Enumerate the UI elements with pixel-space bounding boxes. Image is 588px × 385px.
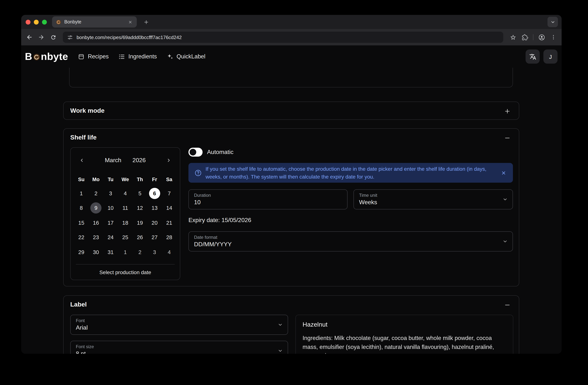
tab-close-icon[interactable] bbox=[127, 19, 133, 25]
next-month-button[interactable] bbox=[164, 155, 174, 165]
calendar-year[interactable]: 2026 bbox=[132, 157, 146, 164]
calendar-day-selected[interactable]: 6 bbox=[147, 186, 162, 201]
dismiss-banner-button[interactable] bbox=[500, 169, 507, 176]
tab-strip: Bonbyte bbox=[21, 15, 562, 29]
calendar-day-number: 21 bbox=[164, 217, 175, 228]
calendar-day[interactable]: 31 bbox=[103, 245, 118, 259]
font-size-select[interactable]: Font size 8 pt bbox=[70, 341, 288, 354]
help-circle-icon bbox=[194, 169, 202, 177]
font-value: Arial bbox=[76, 324, 282, 331]
calendar-day[interactable]: 1 bbox=[74, 186, 89, 201]
forward-button[interactable] bbox=[36, 32, 46, 42]
window-controls bbox=[26, 20, 47, 24]
calendar-day[interactable]: 17 bbox=[103, 215, 118, 230]
reload-button[interactable] bbox=[48, 32, 58, 42]
calendar-day[interactable]: 2 bbox=[89, 186, 103, 201]
close-icon bbox=[501, 170, 506, 175]
app-logo[interactable]: B nbyte bbox=[25, 51, 68, 62]
extensions-button[interactable] bbox=[520, 32, 530, 42]
calendar-day-today[interactable]: 9 bbox=[89, 201, 103, 215]
bookmark-button[interactable] bbox=[508, 32, 518, 42]
browser-menu-button[interactable] bbox=[548, 32, 559, 42]
calendar-day[interactable]: 8 bbox=[74, 201, 89, 215]
weekday-label: Mo bbox=[89, 175, 103, 184]
calendar-day[interactable]: 11 bbox=[118, 201, 133, 215]
calendar-month[interactable]: March bbox=[105, 157, 121, 164]
collapse-shelf-life-button[interactable] bbox=[503, 133, 512, 143]
calendar-day-number: 11 bbox=[120, 203, 131, 214]
weekday-label: We bbox=[118, 175, 133, 184]
calendar-day[interactable]: 5 bbox=[132, 186, 147, 201]
calendar-day[interactable]: 25 bbox=[118, 230, 133, 245]
calendar-day[interactable]: 24 bbox=[103, 230, 118, 245]
weekday-label: Th bbox=[132, 175, 147, 184]
duration-field[interactable]: Duration 10 bbox=[189, 189, 348, 209]
calendar-day[interactable]: 21 bbox=[162, 215, 177, 230]
calendar-day[interactable]: 14 bbox=[162, 201, 177, 215]
zoom-window-button[interactable] bbox=[42, 20, 47, 24]
calendar-day[interactable]: 27 bbox=[147, 230, 162, 245]
calendar-day-number: 20 bbox=[149, 217, 160, 228]
chevron-right-icon bbox=[166, 158, 171, 163]
calendar-day[interactable]: 4 bbox=[118, 186, 133, 201]
calendar-day[interactable]: 28 bbox=[162, 230, 177, 245]
calendar-day[interactable]: 3 bbox=[103, 186, 118, 201]
chevron-down-icon bbox=[278, 348, 283, 353]
browser-tab[interactable]: Bonbyte bbox=[52, 16, 137, 27]
calendar-day[interactable]: 4 bbox=[162, 245, 177, 259]
close-window-button[interactable] bbox=[26, 20, 30, 24]
calendar-day[interactable]: 13 bbox=[147, 201, 162, 215]
back-button[interactable] bbox=[24, 32, 35, 42]
previous-month-button[interactable] bbox=[77, 155, 87, 165]
toggle-knob bbox=[189, 149, 196, 156]
automatic-toggle[interactable] bbox=[189, 148, 203, 157]
calendar-day[interactable]: 12 bbox=[132, 201, 147, 215]
screen: Bonbyte bbox=[0, 0, 588, 385]
nav-item-quicklabel[interactable]: QuickLabel bbox=[167, 53, 205, 60]
expiry-date-text: Expiry date: 15/05/2026 bbox=[189, 217, 251, 224]
calendar-day[interactable]: 22 bbox=[74, 230, 89, 245]
calendar-footer-label: Select production date bbox=[71, 268, 180, 276]
nav-item-recipes[interactable]: Recipes bbox=[78, 53, 109, 60]
section-title: Shelf life bbox=[70, 134, 97, 141]
font-select[interactable]: Font Arial bbox=[70, 315, 288, 335]
collapse-label-button[interactable] bbox=[503, 300, 512, 310]
translate-button[interactable] bbox=[525, 49, 540, 64]
profile-button[interactable] bbox=[536, 32, 547, 42]
calendar-day[interactable]: 23 bbox=[89, 230, 103, 245]
user-avatar[interactable]: J bbox=[543, 49, 558, 64]
tab-search-button[interactable] bbox=[547, 17, 558, 27]
calendar-day[interactable]: 29 bbox=[74, 245, 89, 259]
expand-work-mode-button[interactable] bbox=[503, 106, 512, 116]
date-format-select[interactable]: Date format DD/MM/YYYY bbox=[189, 231, 513, 251]
calendar-day[interactable]: 18 bbox=[118, 215, 133, 230]
section-title: Work mode bbox=[70, 107, 105, 114]
calendar-day-number: 18 bbox=[120, 217, 131, 228]
calendar-day[interactable]: 16 bbox=[89, 215, 103, 230]
time-unit-select[interactable]: Time unit Weeks bbox=[354, 189, 513, 209]
calendar-day-number: 1 bbox=[120, 247, 131, 258]
duration-value: 10 bbox=[194, 199, 342, 206]
minimize-window-button[interactable] bbox=[34, 20, 39, 24]
calendar-day[interactable]: 10 bbox=[103, 201, 118, 215]
plus-icon bbox=[143, 19, 149, 25]
url-bar[interactable]: bonbyte.com/recipes/69addd0bccfff7ac176c… bbox=[63, 32, 503, 43]
puzzle-icon bbox=[522, 34, 528, 40]
calendar-day[interactable]: 15 bbox=[74, 215, 89, 230]
browser-toolbar: bonbyte.com/recipes/69addd0bccfff7ac176c… bbox=[21, 29, 562, 45]
calendar-day[interactable]: 20 bbox=[147, 215, 162, 230]
calendar-day-number: 1 bbox=[76, 188, 87, 199]
calendar-day[interactable]: 7 bbox=[162, 186, 177, 201]
calendar-day[interactable]: 1 bbox=[118, 245, 133, 259]
calendar-day-number: 10 bbox=[105, 203, 116, 214]
duration-label: Duration bbox=[194, 193, 342, 198]
calendar-day[interactable]: 2 bbox=[132, 245, 147, 259]
page-content: Work mode Shelf life bbox=[21, 68, 562, 354]
calendar-day[interactable]: 26 bbox=[132, 230, 147, 245]
new-tab-button[interactable] bbox=[141, 17, 151, 27]
nav-item-ingredients[interactable]: Ingredients bbox=[118, 53, 157, 60]
calendar-day[interactable]: 3 bbox=[147, 245, 162, 259]
calendar-day[interactable]: 30 bbox=[89, 245, 103, 259]
calendar-day-number: 3 bbox=[149, 247, 160, 258]
calendar-day[interactable]: 19 bbox=[132, 215, 147, 230]
